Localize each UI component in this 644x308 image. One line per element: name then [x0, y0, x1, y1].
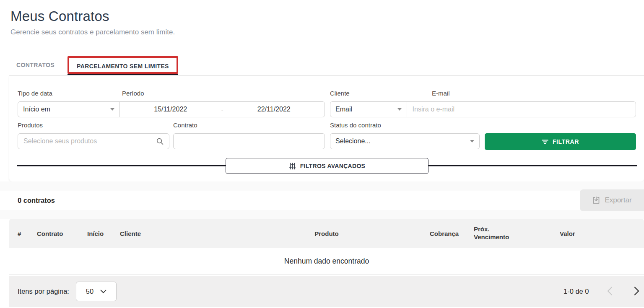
- periodo-end-input[interactable]: [223, 106, 325, 113]
- tab-bar: CONTRATOS PARCELAMENTO SEM LIMITES: [9, 53, 178, 76]
- produtos-field: [18, 133, 169, 149]
- status-select[interactable]: Selecione...: [330, 133, 480, 149]
- results-count: 0 contratos: [18, 197, 55, 204]
- chevron-left-icon: [607, 286, 613, 295]
- tune-icon: [289, 163, 296, 170]
- page-header: Meus Contratos Gerencie seus contratos e…: [10, 8, 175, 36]
- table-empty-state: Nenhum dado encontrado: [9, 248, 644, 274]
- active-tab-underline: [68, 74, 178, 75]
- filter-icon: [542, 139, 548, 145]
- col-header-valor: Valor: [560, 230, 575, 237]
- tipo-de-data-select[interactable]: Início em: [18, 102, 120, 117]
- cliente-email-group: Email: [330, 101, 636, 117]
- filtrar-label: FILTRAR: [553, 138, 579, 145]
- cliente-value: Email: [335, 106, 352, 113]
- items-per-page-label: Itens por página:: [18, 287, 69, 295]
- col-header-cobranca: Cobrança: [430, 230, 459, 237]
- tipo-de-data-value: Início em: [23, 106, 50, 113]
- filtrar-button[interactable]: FILTRAR: [485, 133, 636, 150]
- contrato-field: [173, 133, 325, 149]
- exportar-button[interactable]: Exportar: [580, 189, 644, 211]
- contrato-input[interactable]: [174, 134, 325, 149]
- page-title: Meus Contratos: [10, 8, 175, 24]
- tipo-de-data-label: Tipo de data: [18, 90, 52, 97]
- tab-contratos[interactable]: CONTRATOS: [9, 62, 62, 76]
- next-page-button[interactable]: [632, 285, 641, 298]
- date-filter-group: Início em -: [18, 101, 325, 117]
- caret-down-icon: [110, 108, 114, 111]
- results-bar: 0 contratos Exportar: [9, 191, 644, 210]
- page-subtitle: Gerencie seus contratos e parcelamento s…: [10, 28, 175, 36]
- filtros-avancados-label: FILTROS AVANÇADOS: [300, 163, 365, 169]
- background-gap: [0, 210, 644, 219]
- items-per-page-value: 50: [86, 287, 93, 295]
- table-header-row: # Contrato Início Cliente Produto Cobran…: [9, 219, 644, 248]
- cliente-label: Cliente: [330, 90, 350, 97]
- tab-parcelamento-sem-limites[interactable]: PARCELAMENTO SEM LIMITES: [68, 56, 178, 76]
- background-gap: [0, 181, 644, 191]
- filtros-avancados-button[interactable]: FILTROS AVANÇADOS: [226, 158, 428, 174]
- status-label: Status do contrato: [330, 122, 381, 129]
- tab-parcelamento-wrap: PARCELAMENTO SEM LIMITES: [68, 56, 178, 76]
- email-label: E-mail: [432, 90, 450, 97]
- col-header-produto: Produto: [9, 230, 644, 237]
- download-icon: [592, 196, 600, 204]
- prev-page-button[interactable]: [605, 285, 614, 298]
- email-input[interactable]: [407, 102, 636, 117]
- empty-message: Nenhum dado encontrado: [284, 257, 369, 266]
- periodo-range: -: [120, 102, 325, 117]
- cliente-select[interactable]: Email: [330, 102, 407, 117]
- periodo-label: Período: [122, 90, 144, 97]
- periodo-start-input[interactable]: [120, 106, 221, 113]
- col-header-prox-vencimento: Próx. Vencimento: [474, 225, 516, 241]
- search-icon: [156, 137, 164, 145]
- filter-panel: Tipo de data Período Cliente E-mail Iníc…: [9, 76, 644, 181]
- exportar-label: Exportar: [605, 196, 631, 204]
- contracts-table: # Contrato Início Cliente Produto Cobran…: [9, 219, 644, 274]
- page-range-label: 1-0 de 0: [564, 287, 589, 295]
- pagination-bar: Itens por página: 50 1-0 de 0: [9, 276, 644, 307]
- caret-down-icon: [397, 108, 402, 111]
- produtos-input[interactable]: [18, 134, 156, 149]
- contrato-label: Contrato: [173, 122, 197, 129]
- produtos-label: Produtos: [18, 122, 43, 129]
- status-value: Selecione...: [335, 137, 371, 145]
- chevron-right-icon: [634, 286, 639, 295]
- caret-down-icon: [470, 140, 474, 142]
- items-per-page-select[interactable]: 50: [76, 282, 117, 301]
- chevron-down-icon: [100, 290, 106, 293]
